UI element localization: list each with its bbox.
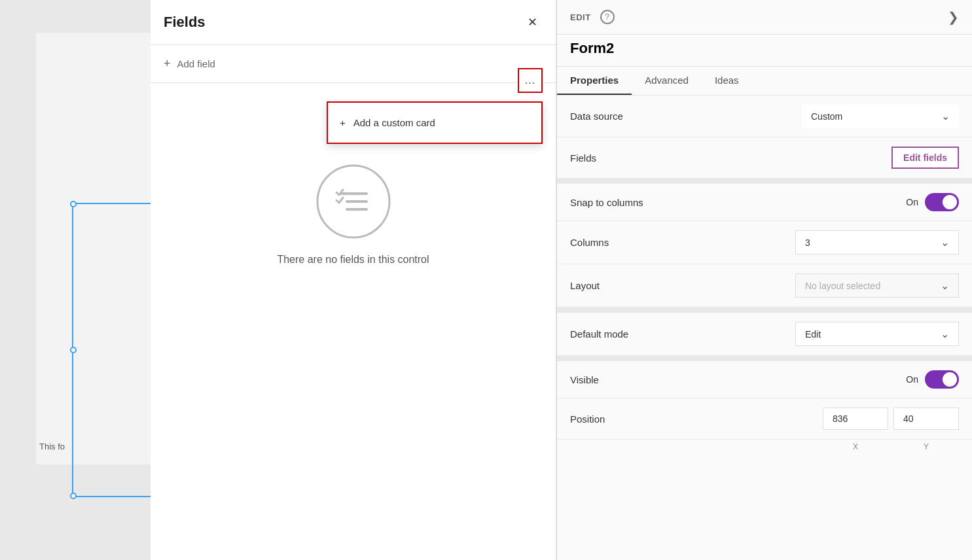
position-x-input[interactable]: 836 (823, 408, 888, 430)
visible-on-label: On (906, 374, 918, 385)
layout-value: No layout selected (805, 281, 880, 291)
form-title: Form2 (557, 35, 972, 67)
snap-to-columns-row: Snap to columns On (557, 184, 972, 221)
default-mode-label: Default mode (570, 328, 628, 340)
tab-ideas[interactable]: Ideas (702, 67, 752, 95)
snap-to-columns-on-label: On (906, 197, 918, 207)
plus-icon: + (164, 57, 171, 71)
snap-to-columns-label: Snap to columns (570, 197, 643, 208)
canvas-area: This fo (0, 0, 151, 560)
fields-row: Fields Edit fields (557, 137, 972, 179)
handle-bottom-left[interactable] (70, 493, 77, 499)
data-source-label: Data source (570, 111, 623, 122)
visible-toggle-knob (943, 372, 957, 387)
chevron-right-icon[interactable]: ❯ (948, 9, 959, 25)
canvas-form-text: This fo (39, 442, 65, 451)
default-mode-value: Edit (805, 329, 821, 340)
visible-row: Visible On (557, 361, 972, 398)
fields-header: Fields ✕ (151, 0, 556, 45)
edit-fields-button[interactable]: Edit fields (891, 147, 959, 169)
visible-toggle[interactable] (925, 370, 959, 389)
tab-advanced[interactable]: Advanced (632, 67, 702, 95)
empty-state-icon (314, 162, 393, 241)
layout-chevron: ⌄ (941, 279, 949, 292)
data-source-chevron: ⌄ (941, 110, 950, 122)
data-source-dropdown[interactable]: Custom ⌄ (802, 105, 959, 128)
columns-value: 3 (805, 237, 810, 248)
edit-row: EDIT ? (570, 10, 615, 24)
y-axis-label: Y (893, 442, 959, 451)
section-divider-2 (557, 307, 972, 313)
tabs-row: Properties Advanced Ideas (557, 67, 972, 96)
columns-row: Columns 3 ⌄ (557, 221, 972, 264)
custom-card-dropdown: + Add a custom card (327, 101, 543, 144)
more-options-button[interactable]: ... (518, 68, 543, 93)
default-mode-row: Default mode Edit ⌄ (557, 313, 972, 356)
columns-dropdown[interactable]: 3 ⌄ (795, 230, 959, 254)
toggle-knob (943, 195, 957, 209)
visible-label: Visible (570, 374, 599, 385)
position-row: Position 836 40 (557, 398, 972, 440)
close-button[interactable]: ✕ (522, 12, 543, 33)
section-divider-1 (557, 179, 972, 184)
default-mode-dropdown[interactable]: Edit ⌄ (795, 322, 959, 346)
layout-label: Layout (570, 280, 600, 291)
position-y-input[interactable]: 40 (893, 408, 959, 430)
default-mode-chevron: ⌄ (941, 328, 949, 340)
section-divider-3 (557, 356, 972, 361)
plus-icon-card: + (340, 117, 346, 128)
layout-row: Layout No layout selected ⌄ (557, 264, 972, 307)
empty-state-text: There are no fields in this control (277, 254, 429, 266)
columns-label: Columns (570, 237, 609, 248)
edit-label: EDIT (570, 12, 591, 22)
props-header: EDIT ? ❯ (557, 0, 972, 35)
add-field-row[interactable]: + Add field (151, 45, 556, 83)
add-field-label: Add field (177, 58, 215, 69)
position-axis-labels: X Y (557, 440, 972, 454)
properties-panel: EDIT ? ❯ Form2 Properties Advanced Ideas… (556, 0, 972, 560)
handle-top-left[interactable] (70, 201, 77, 207)
fields-label: Fields (570, 152, 596, 164)
tab-properties[interactable]: Properties (557, 67, 632, 95)
x-axis-label: X (823, 442, 888, 451)
snap-to-columns-toggle[interactable] (925, 193, 959, 211)
props-section: Data source Custom ⌄ Fields Edit fields … (557, 96, 972, 454)
data-source-row: Data source Custom ⌄ (557, 96, 972, 137)
layout-dropdown[interactable]: No layout selected ⌄ (795, 273, 959, 298)
help-icon[interactable]: ? (600, 10, 615, 24)
add-custom-card-item[interactable]: + Add a custom card (328, 108, 541, 137)
fields-panel: Fields ✕ + Add field ... + Add a custom … (151, 0, 556, 560)
snap-to-columns-toggle-container: On (906, 193, 959, 211)
add-custom-card-label: Add a custom card (353, 117, 435, 128)
position-inputs: 836 40 (823, 408, 959, 430)
fields-title: Fields (164, 14, 206, 31)
handle-middle-left[interactable] (70, 347, 77, 353)
data-source-value: Custom (811, 111, 842, 122)
position-label: Position (570, 413, 823, 425)
visible-toggle-container: On (906, 370, 959, 389)
columns-chevron: ⌄ (941, 236, 949, 249)
